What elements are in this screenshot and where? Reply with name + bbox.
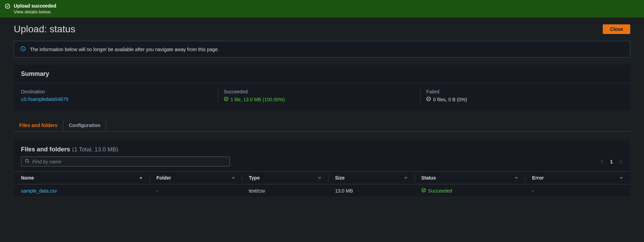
table-row: sample_data.csv - text/csv 13.0 MB Succe… bbox=[14, 184, 630, 197]
search-icon bbox=[25, 159, 30, 164]
col-error[interactable]: Error bbox=[525, 172, 630, 184]
sort-icon bbox=[318, 175, 321, 181]
info-icon bbox=[20, 46, 26, 53]
col-type[interactable]: Type bbox=[242, 172, 328, 184]
file-error: - bbox=[525, 184, 630, 197]
failed-label: Failed bbox=[426, 89, 623, 94]
files-panel: Files and folders (1 Total, 13.0 MB) 1 bbox=[14, 140, 630, 198]
tab-files-and-folders[interactable]: Files and folders bbox=[14, 119, 63, 131]
tabs: Files and folders Configuration bbox=[14, 119, 630, 132]
file-size: 13.0 MB bbox=[328, 184, 414, 197]
info-message: The information below will no longer be … bbox=[30, 47, 219, 52]
success-check-icon bbox=[421, 188, 426, 194]
col-size[interactable]: Size bbox=[328, 172, 414, 184]
destination-link[interactable]: s3://sampledata54675 bbox=[21, 96, 68, 102]
sort-icon bbox=[620, 175, 623, 181]
close-button[interactable]: Close bbox=[603, 24, 630, 34]
summary-panel: Summary Destination s3://sampledata54675… bbox=[14, 65, 630, 111]
page-number: 1 bbox=[610, 159, 613, 164]
success-banner: Upload succeeded View details below. bbox=[0, 0, 644, 18]
failed-value: 0 files, 0 B (0%) bbox=[433, 97, 467, 102]
search-input[interactable] bbox=[32, 159, 226, 164]
succeeded-value: 1 file, 13.0 MB (100.00%) bbox=[231, 97, 285, 102]
succeeded-label: Succeeded bbox=[224, 89, 421, 94]
success-check-icon bbox=[5, 3, 10, 10]
page-next-button[interactable] bbox=[618, 159, 623, 164]
file-status: Succeeded bbox=[428, 188, 452, 194]
destination-label: Destination bbox=[21, 89, 218, 94]
search-input-wrapper[interactable] bbox=[21, 157, 230, 166]
sort-icon bbox=[232, 175, 235, 181]
sort-icon bbox=[404, 175, 408, 181]
minus-circle-icon bbox=[426, 96, 431, 102]
page-prev-button[interactable] bbox=[600, 159, 604, 164]
files-count: (1 Total, 13.0 MB) bbox=[72, 146, 118, 153]
files-table: Name Folder bbox=[14, 171, 630, 197]
files-title: Files and folders bbox=[21, 146, 70, 153]
sort-icon bbox=[515, 175, 518, 181]
col-name[interactable]: Name bbox=[14, 172, 149, 184]
tab-configuration[interactable]: Configuration bbox=[63, 119, 106, 131]
banner-title: Upload succeeded bbox=[14, 3, 56, 9]
file-folder: - bbox=[149, 184, 242, 197]
svg-line-8 bbox=[28, 162, 29, 163]
banner-subtitle: View details below. bbox=[14, 9, 56, 14]
page-title: Upload: status bbox=[14, 24, 75, 35]
summary-title: Summary bbox=[21, 70, 623, 78]
svg-point-3 bbox=[23, 47, 23, 48]
success-check-icon bbox=[224, 96, 229, 102]
pagination: 1 bbox=[600, 159, 623, 164]
info-alert: The information below will no longer be … bbox=[14, 41, 630, 58]
file-type: text/csv bbox=[242, 184, 328, 197]
col-status[interactable]: Status bbox=[414, 172, 525, 184]
svg-point-7 bbox=[25, 159, 28, 162]
file-name-link[interactable]: sample_data.csv bbox=[21, 188, 57, 194]
col-folder[interactable]: Folder bbox=[149, 172, 242, 184]
sort-asc-icon bbox=[139, 175, 143, 181]
